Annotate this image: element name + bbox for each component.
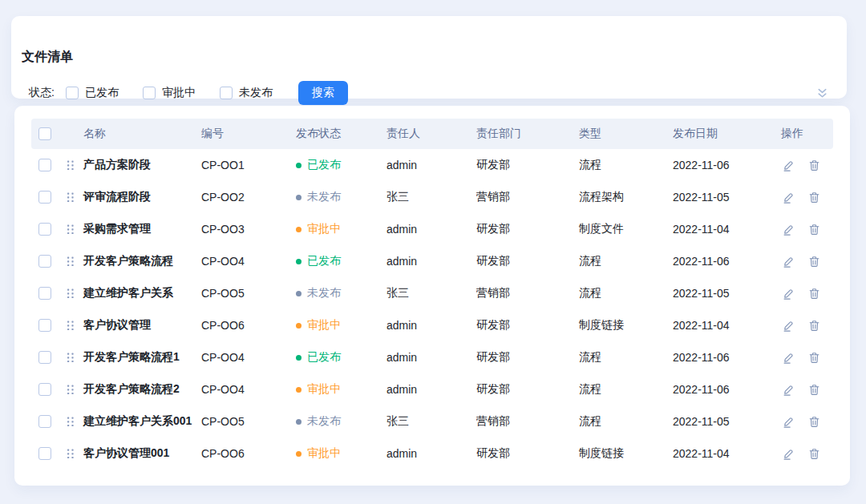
edit-icon[interactable] — [783, 448, 795, 460]
checkbox-published[interactable] — [66, 87, 79, 99]
row-handle-cell[interactable] — [67, 224, 81, 235]
status-label: 已发布 — [307, 158, 341, 172]
collapse-toggle[interactable] — [815, 87, 829, 100]
delete-icon[interactable] — [808, 256, 820, 268]
delete-icon[interactable] — [808, 416, 820, 428]
row-handle-cell[interactable] — [67, 192, 81, 203]
edit-icon[interactable] — [783, 320, 795, 332]
file-name: 评审流程阶段 — [81, 190, 201, 204]
row-checkbox[interactable] — [38, 415, 51, 428]
delete-icon[interactable] — [808, 159, 820, 171]
row-handle-cell[interactable] — [67, 353, 81, 363]
file-code: CP-OO2 — [201, 191, 296, 204]
file-type: 流程 — [579, 158, 673, 172]
edit-icon[interactable] — [783, 352, 795, 364]
file-name: 开发客户策略流程 — [81, 254, 201, 268]
checkbox-unpublished[interactable] — [220, 87, 233, 99]
status-badge: 审批中 — [296, 446, 386, 461]
file-owner: admin — [386, 351, 476, 364]
row-checkbox[interactable] — [38, 255, 51, 268]
row-handle-cell[interactable] — [67, 160, 81, 171]
col-header-owner: 责任人 — [386, 127, 476, 141]
row-handle-cell[interactable] — [67, 288, 81, 299]
file-date: 2022-11-06 — [673, 351, 781, 364]
edit-icon[interactable] — [783, 288, 795, 300]
status-label: 已发布 — [307, 350, 341, 365]
edit-icon[interactable] — [783, 159, 795, 171]
file-type: 流程 — [579, 414, 673, 429]
row-checkbox[interactable] — [38, 383, 51, 396]
edit-icon[interactable] — [783, 192, 795, 204]
delete-icon[interactable] — [808, 288, 820, 300]
drag-handle-icon — [67, 353, 75, 363]
row-checkbox-cell — [31, 351, 67, 364]
file-owner: admin — [386, 319, 476, 332]
chevron-double-down-icon — [815, 87, 829, 100]
file-department: 研发部 — [476, 222, 579, 236]
file-name: 客户协议管理001 — [81, 446, 201, 461]
file-type: 制度链接 — [579, 318, 673, 333]
delete-icon[interactable] — [808, 384, 820, 396]
edit-icon[interactable] — [783, 384, 795, 396]
file-owner: admin — [386, 159, 476, 171]
row-actions — [781, 384, 833, 396]
row-checkbox[interactable] — [38, 223, 51, 236]
status-badge: 已发布 — [296, 158, 386, 172]
row-handle-cell[interactable] — [67, 321, 81, 331]
table-row: 客户协议管理001 CP-OO6 审批中 admin 研发部 制度链接 2022… — [31, 437, 833, 470]
file-type: 流程 — [579, 350, 673, 365]
file-owner: 张三 — [386, 190, 476, 204]
delete-icon[interactable] — [808, 192, 820, 204]
row-checkbox[interactable] — [38, 351, 51, 364]
row-checkbox[interactable] — [38, 191, 51, 204]
row-checkbox[interactable] — [38, 447, 51, 460]
filter-option-published[interactable]: 已发布 — [66, 86, 119, 100]
row-handle-cell[interactable] — [67, 385, 81, 395]
col-header-actions: 操作 — [781, 127, 833, 141]
col-header-name: 名称 — [81, 127, 201, 141]
delete-icon[interactable] — [808, 224, 820, 236]
delete-icon[interactable] — [808, 320, 820, 332]
status-badge: 审批中 — [296, 222, 386, 236]
drag-handle-icon — [67, 256, 75, 267]
filter-option-unpublished[interactable]: 未发布 — [220, 86, 273, 100]
row-checkbox[interactable] — [38, 319, 51, 332]
table-row: 建立维护客户关系001 CP-OO5 未发布 张三 营销部 流程 2022-11… — [31, 405, 833, 437]
row-actions — [781, 256, 833, 268]
table-header-row: 名称 编号 发布状态 责任人 责任部门 类型 发布日期 操作 — [31, 119, 833, 149]
file-date: 2022-11-05 — [673, 287, 781, 300]
drag-handle-icon — [67, 417, 75, 427]
row-handle-cell[interactable] — [67, 256, 81, 267]
edit-icon[interactable] — [783, 256, 795, 268]
select-all-checkbox[interactable] — [38, 127, 51, 140]
row-checkbox[interactable] — [38, 287, 51, 300]
table-row: 采购需求管理 CP-OO3 审批中 admin 研发部 制度文件 2022-11… — [31, 213, 833, 245]
file-name: 客户协议管理 — [81, 318, 201, 333]
file-department: 营销部 — [476, 286, 579, 300]
delete-icon[interactable] — [808, 352, 820, 364]
table-row: 开发客户策略流程2 CP-OO4 审批中 admin 研发部 流程 2022-1… — [31, 373, 833, 405]
col-header-status: 发布状态 — [296, 127, 386, 141]
edit-icon[interactable] — [783, 416, 795, 428]
file-owner: admin — [386, 447, 476, 460]
row-checkbox[interactable] — [38, 159, 51, 171]
row-checkbox-cell — [31, 415, 67, 428]
row-actions — [781, 192, 833, 204]
col-header-code: 编号 — [201, 127, 296, 141]
edit-icon[interactable] — [783, 224, 795, 236]
status-dot — [296, 195, 301, 200]
file-department: 研发部 — [476, 382, 579, 397]
file-code: CP-OO1 — [201, 159, 296, 171]
drag-handle-icon — [67, 160, 75, 171]
filter-option-approving[interactable]: 审批中 — [143, 86, 196, 100]
search-button[interactable]: 搜索 — [298, 81, 348, 105]
col-header-date: 发布日期 — [673, 127, 781, 141]
file-type: 流程 — [579, 286, 673, 300]
file-owner: admin — [386, 223, 476, 236]
col-header-department: 责任部门 — [476, 127, 579, 141]
row-handle-cell[interactable] — [67, 449, 81, 459]
checkbox-approving[interactable] — [143, 87, 156, 99]
row-handle-cell[interactable] — [67, 417, 81, 427]
status-label: 未发布 — [307, 414, 341, 429]
delete-icon[interactable] — [808, 448, 820, 460]
